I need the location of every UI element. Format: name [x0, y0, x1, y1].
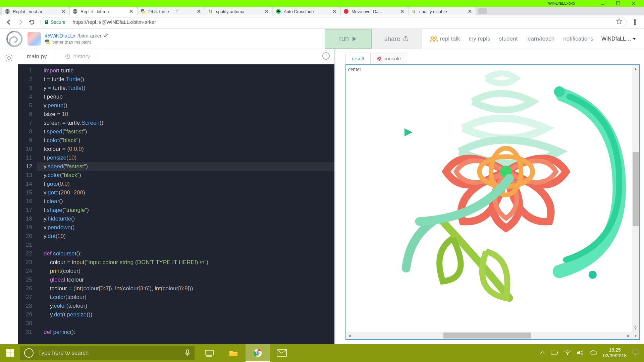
browser-tab[interactable]: Repl.it - vect-ar: [2, 7, 69, 15]
code-line[interactable]: def colourset():: [37, 249, 334, 258]
nav-back-button[interactable]: [3, 16, 15, 28]
nav-notifications[interactable]: notifications: [563, 36, 593, 42]
tab-close-icon[interactable]: [468, 9, 473, 14]
code-line[interactable]: t.clear(): [37, 197, 334, 206]
code-line[interactable]: t.speed("fastest"): [37, 127, 334, 136]
code-line[interactable]: y.dot(10): [37, 232, 334, 241]
browser-tab[interactable]: Repl.it - bitm-a: [70, 7, 137, 15]
run-button[interactable]: run: [325, 29, 372, 49]
chrome-menu-button[interactable]: [629, 16, 641, 28]
nav-learn-teach[interactable]: learn/teach: [526, 36, 554, 42]
code-line[interactable]: y.penup(): [37, 101, 334, 110]
window-minimize-button[interactable]: [595, 0, 610, 7]
code-line[interactable]: colour = input("Input colour string (DON…: [37, 258, 334, 267]
browser-tab[interactable]: Auto Crossfade: [273, 7, 340, 15]
code-line[interactable]: print(colour): [37, 267, 334, 276]
volume-icon[interactable]: [577, 350, 584, 356]
tray-expand-icon[interactable]: [540, 350, 545, 356]
nav-my-repls[interactable]: my repls: [469, 36, 490, 42]
code-line[interactable]: t.pensize(10): [37, 154, 334, 162]
project-owner-link[interactable]: @WiNDfaLLx: [45, 33, 75, 39]
file-tab-main[interactable]: main.py: [18, 49, 56, 64]
tab-close-icon[interactable]: [62, 9, 66, 14]
code-line[interactable]: y.hideturtle(): [37, 215, 334, 223]
code-line[interactable]: t.color("black"): [37, 136, 334, 145]
turtle-canvas[interactable]: center: [345, 64, 640, 340]
scroll-right-arrow-icon[interactable]: ▶: [625, 332, 632, 339]
output-tab-result[interactable]: result: [345, 53, 371, 64]
battery-icon[interactable]: [551, 350, 558, 356]
taskbar-search[interactable]: Type here to search: [20, 346, 195, 360]
code-line[interactable]: [37, 241, 334, 249]
taskbar-app-file-explorer[interactable]: [221, 344, 246, 362]
vscroll-thumb[interactable]: [633, 152, 639, 226]
nav-reload-button[interactable]: [26, 16, 38, 28]
tab-close-icon[interactable]: [400, 9, 405, 14]
file-tab-history[interactable]: history: [56, 49, 99, 64]
code-line[interactable]: y.color(tcolour): [37, 302, 334, 310]
browser-tab[interactable]: Gspotify disable: [409, 7, 476, 15]
code-line[interactable]: t.shape("triangle"): [37, 206, 334, 215]
new-tab-button[interactable]: [478, 8, 487, 14]
code-line[interactable]: tcolour = (int(colour[0:3]), int(colour[…: [37, 284, 334, 293]
nav-forward-button[interactable]: [15, 16, 26, 28]
browser-tab[interactable]: Move over DJs:: [341, 7, 408, 15]
code-line[interactable]: t = turtle.Turtle(): [37, 75, 334, 84]
onedrive-icon[interactable]: [590, 350, 597, 356]
tab-close-icon[interactable]: [265, 9, 270, 14]
share-button[interactable]: share: [372, 29, 422, 49]
code-editor[interactable]: 1234567891011121314151617181920212223242…: [18, 64, 334, 344]
task-view-button[interactable]: [197, 344, 221, 362]
tab-title: Repl.it - vect-ar: [13, 9, 60, 14]
code-line[interactable]: global tcolour: [37, 276, 334, 284]
address-bar[interactable]: Secure https://repl.it/@WiNDfaLLx/bitm-a…: [40, 17, 627, 27]
taskbar-app-mail[interactable]: [270, 344, 294, 362]
code-line[interactable]: y.speed("fastest"): [37, 162, 334, 171]
code-line[interactable]: t.color(tcolour): [37, 293, 334, 302]
canvas-horizontal-scrollbar[interactable]: ◀ ▶: [346, 332, 632, 339]
user-dropdown[interactable]: WiNDfaLL…: [601, 36, 638, 42]
code-line[interactable]: import turtle: [37, 66, 334, 75]
scroll-up-arrow-icon[interactable]: ▲: [632, 65, 639, 72]
code-line[interactable]: y.color("black"): [37, 171, 334, 180]
output-tab-console[interactable]: console: [371, 53, 408, 64]
window-maximize-button[interactable]: [610, 0, 626, 7]
code-line[interactable]: tsize = 10: [37, 110, 334, 119]
code-line[interactable]: y.goto(200,-200): [37, 188, 334, 197]
tab-close-icon[interactable]: [197, 9, 202, 14]
editor-info-icon[interactable]: i: [322, 52, 330, 60]
code-line[interactable]: tcolour = (0,0,0): [37, 145, 334, 154]
nav-student[interactable]: student: [499, 36, 518, 42]
edit-title-icon[interactable]: [104, 33, 108, 39]
code-line[interactable]: [37, 319, 334, 328]
tab-close-icon[interactable]: [129, 9, 134, 14]
taskbar-clock[interactable]: 18:25 02/09/2018: [603, 347, 627, 359]
code-line[interactable]: t.penup: [37, 93, 334, 101]
code-line[interactable]: def peninc():: [37, 328, 334, 337]
user-avatar[interactable]: [28, 32, 41, 46]
browser-tab[interactable]: 24.5. turtle — T: [138, 7, 205, 15]
bookmark-star-icon[interactable]: [616, 18, 622, 25]
code-line[interactable]: y.pendown(): [37, 223, 334, 232]
replit-logo-icon[interactable]: [6, 31, 23, 47]
settings-gear-icon[interactable]: [5, 54, 13, 64]
code-line[interactable]: t.goto(0,0): [37, 180, 334, 188]
canvas-vertical-scrollbar[interactable]: ▲ ▼: [632, 65, 639, 339]
code-line[interactable]: y.dot(t.pensize()): [37, 310, 334, 319]
share-icon: [403, 36, 409, 42]
wifi-icon[interactable]: [564, 350, 571, 356]
tab-close-icon[interactable]: [333, 9, 337, 14]
code-line[interactable]: screen = turtle.Screen(): [37, 119, 334, 127]
action-center-icon[interactable]: [633, 350, 639, 357]
nav-repl-talk[interactable]: repl talk: [430, 36, 460, 42]
start-button[interactable]: [0, 344, 20, 362]
browser-tab[interactable]: Gspotify automa: [205, 7, 272, 15]
microphone-icon[interactable]: [184, 349, 191, 357]
code-line[interactable]: y = turtle.Turtle(): [37, 84, 334, 93]
scroll-down-arrow-icon[interactable]: ▼: [632, 333, 639, 339]
canvas-help-button[interactable]: ?: [632, 324, 639, 331]
hscroll-thumb[interactable]: [443, 333, 531, 339]
scroll-left-arrow-icon[interactable]: ◀: [346, 332, 353, 339]
window-close-button[interactable]: [626, 0, 641, 7]
taskbar-app-chrome[interactable]: [246, 344, 270, 362]
